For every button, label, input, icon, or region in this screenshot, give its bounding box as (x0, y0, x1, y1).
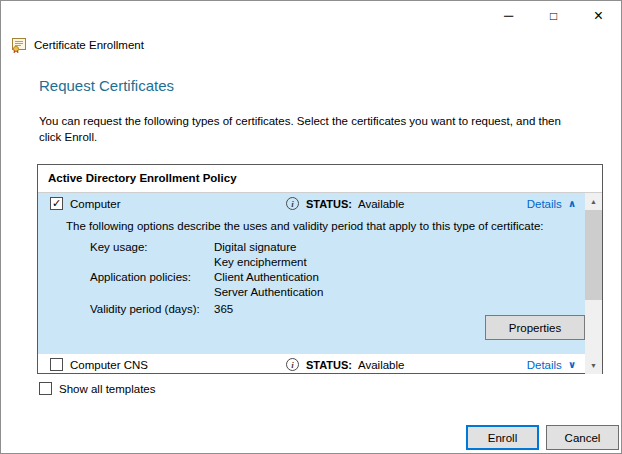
details-link-computer-cns[interactable]: Details ∨ (527, 354, 576, 375)
template-row[interactable]: ✓ Computer i STATUS: Available Details ∧ (38, 193, 585, 214)
chevron-down-icon: ∨ (568, 359, 576, 370)
details-link-label: Details (527, 359, 562, 371)
window-title-row: Certificate Enrollment (11, 37, 144, 53)
template-row[interactable]: Computer CNS i STATUS: Available Details… (38, 354, 585, 375)
show-all-templates-checkbox[interactable] (39, 382, 52, 395)
info-icon: i (286, 197, 299, 210)
status-value: Available (358, 198, 404, 210)
close-button[interactable]: × (576, 1, 621, 30)
chevron-up-icon: ∧ (568, 198, 576, 209)
scrollbar[interactable]: ▲ ▼ (585, 193, 602, 374)
check-icon: ✓ (52, 198, 61, 209)
scroll-down-button[interactable]: ▼ (585, 357, 602, 374)
info-glyph: i (291, 360, 294, 370)
close-icon: × (594, 7, 603, 25)
info-icon: i (286, 358, 299, 371)
info-glyph: i (291, 199, 294, 209)
page-description: You can request the following types of c… (39, 113, 599, 145)
policy-panel: Active Directory Enrollment Policy ✓ Com… (37, 164, 603, 374)
enroll-button[interactable]: Enroll (466, 425, 539, 450)
policy-header: Active Directory Enrollment Policy (38, 165, 602, 193)
scroll-up-icon: ▲ (590, 198, 597, 205)
scroll-down-icon: ▼ (590, 362, 597, 369)
show-all-templates-row: Show all templates (39, 382, 156, 395)
application-policies-value: Client Authentication (214, 271, 319, 283)
key-usage-value: Digital signature (214, 241, 296, 253)
window-controls: ─ □ × (486, 1, 621, 30)
cancel-button[interactable]: Cancel (546, 425, 619, 450)
status-label: STATUS: (306, 359, 352, 371)
minimize-icon: ─ (504, 8, 513, 23)
key-usage-label: Key usage: (90, 241, 148, 253)
page-description-line2: click Enroll. (39, 129, 599, 145)
maximize-icon: □ (550, 9, 557, 23)
template-computer-cns: Computer CNS i STATUS: Available Details… (38, 354, 585, 375)
details-link-computer[interactable]: Details ∧ (527, 193, 576, 214)
application-policies-label: Application policies: (90, 271, 191, 283)
application-policies-value: Server Authentication (214, 286, 323, 298)
template-name: Computer CNS (70, 359, 148, 371)
page-description-line1: You can request the following types of c… (39, 113, 599, 129)
template-computer: ✓ Computer i STATUS: Available Details ∧… (38, 193, 585, 354)
certificate-icon (11, 37, 27, 53)
template-name: Computer (70, 198, 121, 210)
certificate-enrollment-window: ─ □ × Certificate Enrollment Request Cer… (0, 0, 622, 454)
show-all-templates-label: Show all templates (59, 383, 156, 395)
window-title: Certificate Enrollment (34, 39, 144, 51)
details-intro: The following options describe the uses … (66, 220, 544, 232)
computer-checkbox[interactable]: ✓ (50, 197, 63, 210)
key-usage-value: Key encipherment (214, 256, 307, 268)
status-value: Available (358, 359, 404, 371)
computer-cns-checkbox[interactable] (50, 358, 63, 371)
status-label: STATUS: (306, 198, 352, 210)
maximize-button[interactable]: □ (531, 1, 576, 30)
page-title: Request Certificates (39, 77, 174, 94)
minimize-button[interactable]: ─ (486, 1, 531, 30)
policy-content: ✓ Computer i STATUS: Available Details ∧… (38, 193, 602, 374)
properties-button[interactable]: Properties (485, 315, 585, 340)
scroll-thumb[interactable] (585, 210, 602, 300)
validity-period-value: 365 (214, 303, 233, 315)
validity-period-label: Validity period (days): (90, 303, 200, 315)
scroll-up-button[interactable]: ▲ (585, 193, 602, 210)
template-details-panel: The following options describe the uses … (38, 214, 585, 354)
details-link-label: Details (527, 198, 562, 210)
